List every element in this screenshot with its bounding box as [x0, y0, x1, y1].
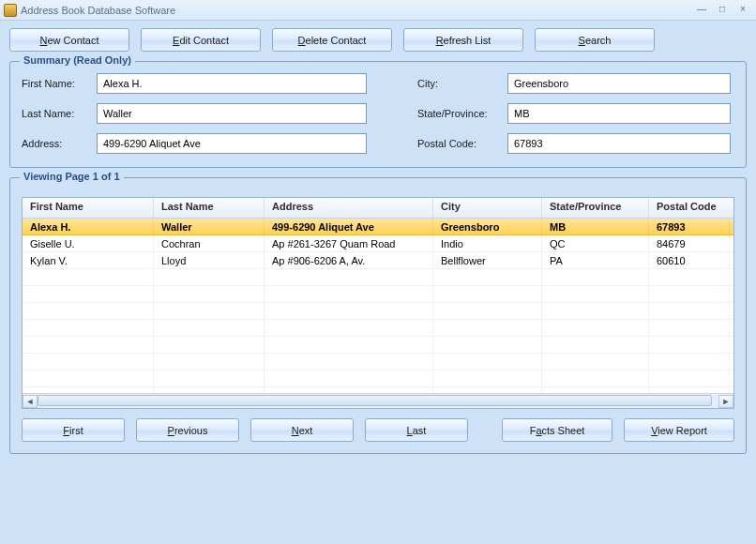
col-state[interactable]: State/Province	[542, 198, 649, 218]
cell-city: Bellflower	[433, 252, 542, 268]
col-postal[interactable]: Postal Code	[649, 198, 730, 218]
last-name-field[interactable]	[97, 103, 367, 124]
previous-button[interactable]: Previous	[136, 418, 239, 442]
table-row[interactable]: Alexa H.Waller499-6290 Aliquet AveGreens…	[23, 219, 733, 235]
table-row[interactable]	[23, 269, 733, 286]
col-last-name[interactable]: Last Name	[154, 198, 265, 218]
table-header: First Name Last Name Address City State/…	[23, 198, 733, 219]
view-report-button[interactable]: View Report	[624, 418, 734, 442]
last-name-label: Last Name:	[22, 108, 97, 119]
search-button[interactable]: Search	[535, 28, 655, 52]
contacts-table: First Name Last Name Address City State/…	[22, 197, 734, 409]
nav-bar: First Previous Next Last Facts Sheet Vie…	[22, 418, 734, 442]
summary-legend: Summary (Read Only)	[20, 54, 135, 66]
scroll-right-icon[interactable]: ►	[718, 395, 733, 408]
title-bar: Address Book Database Software — □ ×	[0, 0, 756, 21]
cell-state: PA	[542, 252, 649, 268]
minimize-button[interactable]: —	[692, 4, 711, 17]
scroll-thumb[interactable]	[38, 395, 712, 406]
table-row[interactable]: Kylan V.LloydAp #906-6206 A, Av.Bellflow…	[23, 252, 733, 269]
address-label: Address:	[22, 138, 97, 149]
table-row[interactable]	[23, 303, 733, 320]
state-field[interactable]	[507, 103, 731, 124]
cell-city: Indio	[433, 235, 542, 251]
first-name-field[interactable]	[97, 73, 367, 94]
cell-first: Kylan V.	[23, 252, 154, 268]
cell-last: Waller	[154, 219, 265, 234]
app-icon	[4, 4, 17, 17]
first-button[interactable]: First	[22, 418, 125, 442]
cell-postal: 67893	[649, 219, 730, 234]
col-first-name[interactable]: First Name	[23, 198, 154, 218]
cell-last: Lloyd	[154, 252, 265, 268]
address-field[interactable]	[97, 133, 367, 154]
window-title: Address Book Database Software	[21, 5, 690, 16]
table-row[interactable]	[23, 337, 733, 354]
table-row[interactable]	[23, 320, 733, 337]
table-row[interactable]: Giselle U.CochranAp #261-3267 Quam RoadI…	[23, 235, 733, 252]
table-row[interactable]	[23, 370, 733, 387]
main-toolbar: New Contact Edit Contact Delete Contact …	[9, 28, 747, 52]
cell-postal: 84679	[649, 235, 730, 251]
new-contact-button[interactable]: New Contact	[9, 28, 129, 52]
postal-label: Postal Code:	[417, 138, 507, 149]
cell-first: Alexa H.	[23, 219, 154, 234]
cell-state: MB	[542, 219, 649, 234]
table-row[interactable]	[23, 354, 733, 370]
cell-address: 499-6290 Aliquet Ave	[265, 219, 433, 234]
table-row[interactable]	[23, 286, 733, 303]
maximize-button[interactable]: □	[713, 4, 732, 17]
col-city[interactable]: City	[433, 198, 542, 218]
summary-fieldset: Summary (Read Only) First Name: City: La…	[9, 61, 747, 168]
delete-contact-button[interactable]: Delete Contact	[272, 28, 392, 52]
next-button[interactable]: Next	[250, 418, 354, 442]
city-label: City:	[417, 78, 507, 89]
first-name-label: First Name:	[22, 78, 97, 89]
viewing-fieldset: Viewing Page 1 of 1 First Name Last Name…	[9, 177, 747, 454]
facts-sheet-button[interactable]: Facts Sheet	[502, 418, 612, 442]
refresh-list-button[interactable]: Refresh List	[403, 28, 523, 52]
cell-postal: 60610	[649, 252, 730, 268]
cell-first: Giselle U.	[23, 235, 154, 251]
postal-field[interactable]	[507, 133, 731, 154]
scroll-left-icon[interactable]: ◄	[23, 395, 38, 408]
last-button[interactable]: Last	[365, 418, 468, 442]
cell-last: Cochran	[154, 235, 265, 251]
viewing-legend: Viewing Page 1 of 1	[20, 171, 124, 182]
cell-state: QC	[542, 235, 649, 251]
horizontal-scrollbar[interactable]: ◄ ►	[23, 393, 733, 408]
state-label: State/Province:	[417, 108, 507, 119]
cell-city: Greensboro	[433, 219, 542, 234]
table-body: Alexa H.Waller499-6290 Aliquet AveGreens…	[23, 219, 733, 393]
city-field[interactable]	[507, 73, 731, 94]
close-button[interactable]: ×	[733, 4, 752, 17]
cell-address: Ap #906-6206 A, Av.	[265, 252, 433, 268]
cell-address: Ap #261-3267 Quam Road	[265, 235, 433, 251]
edit-contact-button[interactable]: Edit Contact	[141, 28, 261, 52]
col-address[interactable]: Address	[265, 198, 433, 218]
